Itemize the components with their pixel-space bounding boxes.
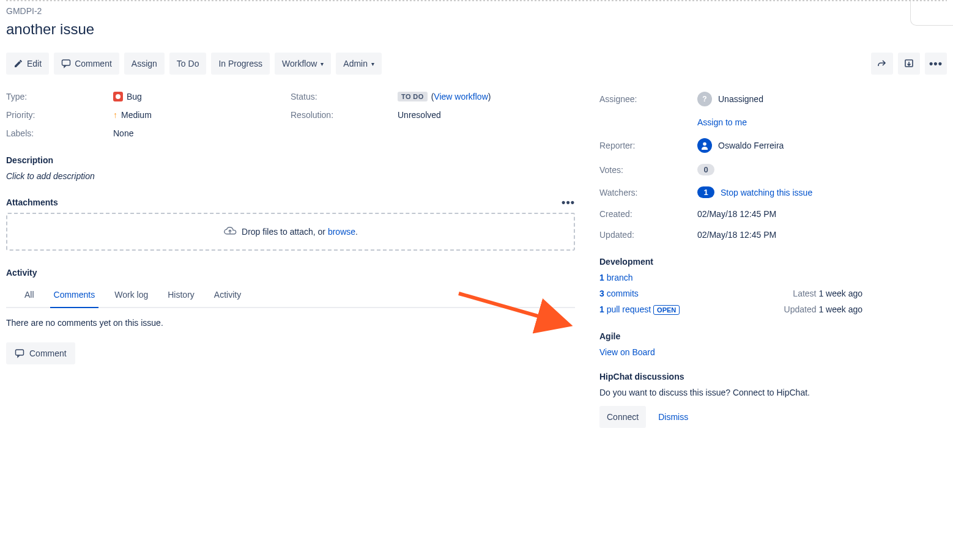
votes-label: Votes: bbox=[599, 165, 697, 175]
breadcrumb[interactable]: GMDPI-2 bbox=[6, 6, 947, 16]
dev-commits-row: 3 commits Latest 1 week ago bbox=[599, 289, 862, 298]
hipchat-connect-button[interactable]: Connect bbox=[599, 406, 646, 428]
dev-commits-link[interactable]: 3 commits bbox=[599, 289, 639, 298]
issue-title: another issue bbox=[6, 21, 947, 38]
tab-activity[interactable]: Activity bbox=[214, 284, 241, 307]
top-right-clip bbox=[910, 1, 953, 26]
edit-button[interactable]: Edit bbox=[6, 53, 49, 75]
updated-label: Updated: bbox=[599, 230, 697, 240]
stop-watching-link[interactable]: Stop watching this issue bbox=[721, 188, 812, 197]
updated-value: 02/May/18 12:45 PM bbox=[697, 230, 862, 240]
svg-point-3 bbox=[703, 142, 706, 146]
dev-pr-link[interactable]: 1 pull requestOPEN bbox=[599, 304, 680, 314]
activity-heading: Activity bbox=[6, 268, 575, 278]
assign-to-me-link[interactable]: Assign to me bbox=[697, 117, 747, 127]
resolution-label: Resolution: bbox=[291, 110, 398, 120]
agile-heading: Agile bbox=[599, 331, 862, 341]
pr-open-badge: OPEN bbox=[653, 305, 680, 315]
labels-value: None bbox=[113, 128, 291, 138]
tab-all[interactable]: All bbox=[24, 284, 34, 307]
dev-pr-row: 1 pull requestOPEN Updated 1 week ago bbox=[599, 304, 862, 314]
activity-comment-label: Comment bbox=[29, 348, 67, 358]
workflow-dropdown[interactable]: Workflow ▾ bbox=[275, 53, 331, 75]
assign-label: Assign bbox=[132, 59, 157, 68]
description-placeholder[interactable]: Click to add description bbox=[6, 171, 575, 181]
dev-branch-link[interactable]: 1 branch bbox=[599, 273, 633, 282]
dev-branch-row: 1 branch bbox=[599, 273, 862, 282]
edit-label: Edit bbox=[27, 59, 42, 68]
tab-comments[interactable]: Comments bbox=[54, 284, 95, 307]
hipchat-connect-label: Connect bbox=[607, 412, 639, 422]
dev-pr-updated: Updated 1 week ago bbox=[784, 304, 862, 314]
bug-icon bbox=[113, 92, 123, 101]
activity-tabs: All Comments Work log History Activity bbox=[6, 284, 575, 308]
tab-worklog[interactable]: Work log bbox=[114, 284, 148, 307]
status-value: TO DO (View workflow) bbox=[398, 92, 575, 101]
status-label: Status: bbox=[291, 92, 398, 101]
dropzone-text: Drop files to attach, or browse. bbox=[242, 227, 358, 237]
created-label: Created: bbox=[599, 209, 697, 219]
comment-icon bbox=[61, 59, 71, 68]
in-progress-button[interactable]: In Progress bbox=[211, 53, 270, 75]
browse-link[interactable]: browse bbox=[328, 227, 355, 237]
status-badge: TO DO bbox=[398, 92, 428, 101]
workflow-label: Workflow bbox=[282, 59, 317, 68]
comment-button[interactable]: Comment bbox=[54, 53, 119, 75]
activity-comment-button[interactable]: Comment bbox=[6, 342, 75, 364]
priority-value: ↑ Medium bbox=[113, 110, 291, 120]
attachments-dropzone[interactable]: Drop files to attach, or browse. bbox=[6, 213, 575, 251]
unassigned-avatar-icon: ? bbox=[697, 92, 712, 106]
assign-button[interactable]: Assign bbox=[124, 53, 165, 75]
watchers-label: Watchers: bbox=[599, 188, 697, 197]
hipchat-dismiss-link[interactable]: Dismiss bbox=[658, 412, 688, 422]
todo-button[interactable]: To Do bbox=[169, 53, 207, 75]
priority-medium-icon: ↑ bbox=[113, 110, 117, 120]
watchers-value: 1 Stop watching this issue bbox=[697, 186, 862, 198]
chevron-down-icon: ▾ bbox=[371, 61, 374, 67]
admin-dropdown[interactable]: Admin ▾ bbox=[336, 53, 382, 75]
admin-label: Admin bbox=[343, 59, 368, 68]
view-workflow-paren: (View workflow) bbox=[431, 92, 491, 101]
cloud-upload-icon bbox=[223, 225, 237, 238]
reporter-value: Oswaldo Ferreira bbox=[697, 138, 862, 153]
watchers-count-badge: 1 bbox=[697, 186, 714, 198]
ellipsis-icon: ••• bbox=[929, 58, 943, 69]
share-icon bbox=[877, 59, 887, 68]
svg-rect-0 bbox=[62, 60, 70, 65]
view-workflow-link[interactable]: View workflow bbox=[434, 92, 488, 101]
comment-label: Comment bbox=[75, 59, 112, 68]
development-heading: Development bbox=[599, 257, 862, 267]
votes-value: 0 bbox=[697, 164, 862, 175]
more-actions-button[interactable]: ••• bbox=[925, 53, 947, 75]
pencil-icon bbox=[13, 59, 23, 68]
comment-icon bbox=[15, 348, 24, 358]
dev-commits-latest: Latest 1 week ago bbox=[793, 289, 862, 298]
tab-history[interactable]: History bbox=[168, 284, 195, 307]
votes-count-badge: 0 bbox=[697, 164, 714, 175]
description-heading: Description bbox=[6, 155, 575, 165]
no-comments-text: There are no comments yet on this issue. bbox=[6, 318, 575, 328]
priority-label: Priority: bbox=[6, 110, 113, 120]
svg-rect-2 bbox=[16, 350, 24, 355]
reporter-avatar-icon bbox=[697, 138, 712, 153]
type-label: Type: bbox=[6, 92, 113, 101]
chevron-down-icon: ▾ bbox=[321, 61, 324, 67]
created-value: 02/May/18 12:45 PM bbox=[697, 209, 862, 219]
hipchat-text: Do you want to discuss this issue? Conne… bbox=[599, 388, 862, 397]
in-progress-label: In Progress bbox=[218, 59, 262, 68]
assignee-value: ? Unassigned bbox=[697, 92, 862, 106]
assignee-label: Assignee: bbox=[599, 94, 697, 104]
attachments-heading: Attachments bbox=[6, 197, 58, 207]
attachments-more-icon[interactable]: ••• bbox=[562, 197, 575, 208]
export-icon bbox=[904, 59, 914, 68]
export-button[interactable] bbox=[898, 53, 920, 75]
hipchat-heading: HipChat discussions bbox=[599, 372, 862, 381]
resolution-value: Unresolved bbox=[398, 110, 575, 120]
type-value: Bug bbox=[113, 92, 291, 101]
view-on-board-link[interactable]: View on Board bbox=[599, 347, 655, 357]
reporter-label: Reporter: bbox=[599, 141, 697, 150]
todo-label: To Do bbox=[177, 59, 199, 68]
labels-label: Labels: bbox=[6, 128, 113, 138]
share-button[interactable] bbox=[871, 53, 893, 75]
